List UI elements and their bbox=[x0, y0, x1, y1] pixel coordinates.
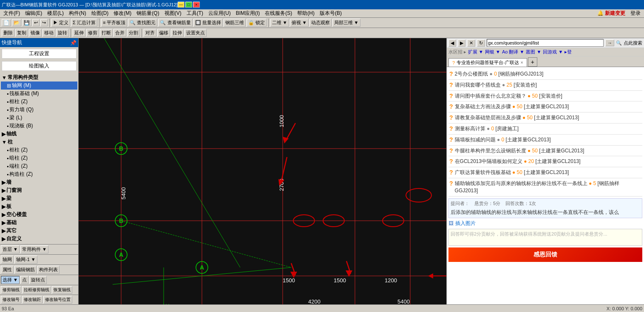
stretch-btn[interactable]: 拉伸 bbox=[171, 29, 184, 37]
qa-item-4[interactable]: ? 请教复杂基础垫层画法及步骤 ● 50 [土建算量GCL2013] bbox=[448, 112, 642, 124]
tree-col-dark[interactable]: ▪ 暗柱 (Z) bbox=[1, 154, 77, 162]
save-btn[interactable]: 💾 bbox=[22, 19, 31, 26]
url-bar[interactable] bbox=[487, 39, 604, 47]
batch-btn[interactable]: 🔲 批量选择 bbox=[193, 19, 223, 27]
tab-close-btn[interactable]: × bbox=[521, 60, 523, 65]
new-tab-btn[interactable]: + bbox=[528, 57, 537, 67]
tree-wall-folder[interactable]: ▶ 墙 bbox=[1, 178, 77, 186]
extend-btn[interactable]: 延伸 bbox=[73, 29, 85, 37]
qa-item-1[interactable]: ? 请问我套哪个搭线盒 ● 25 [安装造价] bbox=[448, 80, 642, 91]
merge-btn[interactable]: 合并 bbox=[113, 29, 126, 37]
drag-trim-btn[interactable]: 拉框修剪轴线 bbox=[22, 286, 51, 294]
tree-other-folder[interactable]: ▶ 其它 bbox=[1, 227, 77, 235]
tree-beam-folder[interactable]: ▶ 梁 bbox=[1, 194, 77, 202]
menu-component[interactable]: 构件(N) bbox=[66, 9, 89, 17]
tree-door-folder[interactable]: ▶ 门窗洞 bbox=[1, 186, 77, 194]
eng-setup-btn[interactable]: 工程设置 bbox=[2, 49, 77, 59]
insert-image-btn[interactable]: 🖼 插入图片 bbox=[448, 218, 642, 229]
component-select-btn[interactable]: 常用构件 ▼ bbox=[20, 245, 48, 253]
delete-btn[interactable]: 删除 bbox=[2, 29, 14, 37]
qa-item-7[interactable]: ? 牛腿柱单构件里怎么设钢筋长度 ● 50 [土建算量GCL2013] bbox=[448, 146, 642, 157]
undo-btn[interactable]: ↩ bbox=[32, 19, 40, 26]
menu-file[interactable]: 文件(F) bbox=[1, 9, 23, 17]
menu-modify[interactable]: 修改(M) bbox=[111, 9, 134, 17]
axis-select-btn[interactable]: 轴网-1 ▼ bbox=[14, 256, 37, 264]
browser-forward[interactable]: ▶ bbox=[458, 39, 465, 47]
browser-back[interactable]: ◀ bbox=[448, 39, 456, 47]
menu-bim[interactable]: BIM应用(I) bbox=[233, 9, 263, 17]
menu-edit[interactable]: 编辑(E) bbox=[23, 9, 45, 17]
menu-cloud[interactable]: 云应用(U) bbox=[206, 9, 233, 17]
menu-rebar[interactable]: 钢筋量(Q) bbox=[134, 9, 162, 17]
tree-col-folder[interactable]: ▼ 柱 bbox=[1, 138, 77, 146]
bookmark-expand[interactable]: 扩展 ▼ bbox=[468, 49, 483, 55]
active-tab[interactable]: ? 专业造价问题答疑平台-广联达 × bbox=[448, 58, 527, 67]
tree-beam[interactable]: ▪ 梁 (L) bbox=[1, 114, 77, 122]
tree-custom-folder[interactable]: ▶ 自定义 bbox=[1, 235, 77, 243]
menu-draw[interactable]: 绘图(D) bbox=[89, 9, 111, 17]
find-btn[interactable]: 🔍 查找图元 bbox=[128, 19, 157, 27]
tree-axis-folder[interactable]: ▶ 轴线 bbox=[1, 130, 77, 138]
mirror-btn[interactable]: 镜像 bbox=[29, 29, 42, 37]
redo-btn[interactable]: ↪ bbox=[40, 19, 48, 26]
rotate-btn[interactable]: 旋转 bbox=[56, 29, 69, 37]
bookmark-bank[interactable]: 网银 ▼ bbox=[485, 49, 500, 55]
edit-axis-dist-btn[interactable]: 修改轴距 bbox=[22, 296, 43, 304]
comp-list-btn[interactable]: 构件列表 bbox=[37, 266, 60, 274]
point-btn[interactable]: 点 bbox=[20, 276, 28, 284]
menu-new-change[interactable]: 🔔 新建变更 bbox=[595, 9, 628, 17]
offset-btn[interactable]: 偏移 bbox=[157, 29, 170, 37]
restore-axis-btn[interactable]: 恢复轴线 bbox=[52, 286, 72, 294]
prop-btn[interactable]: 属性 bbox=[1, 266, 14, 274]
qa-item-9[interactable]: ? 广联达算量软件筏板基础 ● 50 [土建算量GCL2013] bbox=[448, 167, 642, 178]
rotate-point-btn[interactable]: 旋转点 bbox=[29, 276, 47, 284]
qa-item-10[interactable]: ? 辅助轴线添加完后与原来的轴线标注的标注线不在一条线上 ● 5 [钢筋抽样GG… bbox=[448, 178, 642, 197]
break-btn[interactable]: 打断 bbox=[100, 29, 113, 37]
move-btn[interactable]: 移动 bbox=[43, 29, 55, 37]
view2d-btn[interactable]: 二维 ▼ bbox=[270, 19, 289, 27]
close-button[interactable]: × bbox=[193, 2, 200, 8]
tree-plate-folder[interactable]: ▶ 板 bbox=[1, 202, 77, 211]
bookmark-translate[interactable]: Ao 翻译 ▼ bbox=[502, 49, 524, 55]
edit-axis-pos-btn[interactable]: 修改轴号位置 bbox=[43, 296, 72, 304]
select-btn[interactable]: 选择 ▼ bbox=[1, 276, 20, 284]
dynamic-btn[interactable]: 动态观察 bbox=[309, 19, 332, 27]
open-btn[interactable]: 📂 bbox=[12, 19, 21, 26]
level-btn[interactable]: ≡ 平齐板顶 bbox=[101, 19, 127, 27]
copy-btn[interactable]: 复制 bbox=[15, 29, 28, 37]
bookmark-map[interactable]: 叢图 ▼ bbox=[526, 49, 541, 55]
drawing-input-btn[interactable]: 绘图输入 bbox=[2, 61, 77, 71]
view-rebar-btn[interactable]: 🔍 查看钢筋量 bbox=[158, 19, 192, 27]
sidebar-pin[interactable]: 📌 bbox=[70, 40, 77, 46]
browser-refresh[interactable]: ↻ bbox=[477, 39, 485, 47]
menu-online[interactable]: 在线服务(S) bbox=[262, 9, 295, 17]
menu-tools[interactable]: 工具(T) bbox=[184, 9, 206, 17]
define-btn[interactable]: ▶ 定义 bbox=[51, 19, 70, 27]
split-btn[interactable]: 分割 bbox=[127, 29, 140, 37]
tree-hollow-folder[interactable]: ▶ 空心楼盖 bbox=[1, 211, 77, 219]
tree-slab[interactable]: ▪ 现浇板 (B) bbox=[1, 122, 77, 130]
qa-item-2[interactable]: ? 请问图中插座套什么北京定额？ ● 50 [安装造价] bbox=[448, 91, 642, 102]
new-btn[interactable]: 📄 bbox=[2, 19, 11, 26]
tree-col-end[interactable]: ▪ 端柱 (Z) bbox=[1, 162, 77, 170]
menu-help[interactable]: 帮助(H) bbox=[295, 9, 317, 17]
tree-found-folder[interactable]: ▶ 基础 bbox=[1, 219, 77, 227]
edit-axis-btn[interactable]: 修改轴号 bbox=[1, 296, 21, 304]
floor-select-btn[interactable]: 首层 ▼ bbox=[1, 245, 20, 253]
local3d-btn[interactable]: 局部三维 ▼ bbox=[332, 19, 360, 27]
bookmark-login[interactable]: ▸登 bbox=[565, 49, 572, 55]
align-btn[interactable]: 对齐 bbox=[144, 29, 156, 37]
qa-item-0[interactable]: ? 2号办公楼图纸 ● 0 [钢筋抽样GGJ2013] bbox=[448, 69, 642, 80]
menu-view[interactable]: 视图(V) bbox=[162, 9, 184, 17]
bookmark-games[interactable]: 回游戏 ▼ bbox=[543, 49, 563, 55]
sum-btn[interactable]: Σ 汇总计算 bbox=[71, 19, 97, 27]
view-top-btn[interactable]: 俯视 ▼ bbox=[290, 19, 309, 27]
tree-shear-wall[interactable]: ▪ 剪力墙 (Q) bbox=[1, 106, 77, 114]
minimize-button[interactable]: — bbox=[178, 2, 184, 8]
setpoint-btn[interactable]: 设置夹点 bbox=[184, 29, 207, 37]
tree-common-types[interactable]: ▼ 常用构件类型 bbox=[1, 73, 77, 82]
qa-item-5[interactable]: ? 测量标高计算 ● 0 [房建施工] bbox=[448, 124, 642, 135]
browser-content[interactable]: ? 2号办公楼图纸 ● 0 [钢筋抽样GGJ2013] ? 请问我套哪个搭线盒 … bbox=[447, 67, 644, 304]
edit-rebar-btn[interactable]: 编辑钢筋 bbox=[14, 266, 37, 274]
lock-btn[interactable]: 🔒 锁定 bbox=[247, 19, 267, 27]
